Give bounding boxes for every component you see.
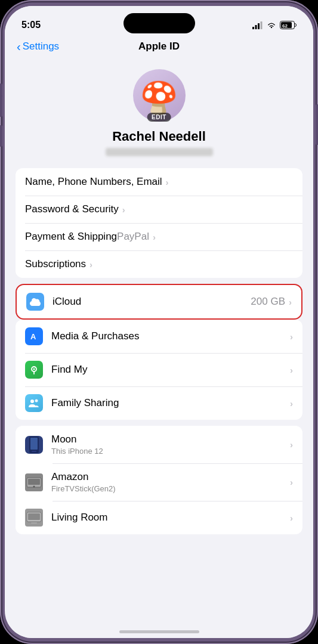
back-label: Settings	[23, 41, 59, 52]
media-purchases-label: Media & Purchases	[51, 330, 139, 342]
profile-name: Rachel Needell	[112, 129, 206, 144]
back-chevron-icon: ‹	[17, 41, 21, 52]
profile-email	[106, 148, 213, 156]
svg-rect-13	[32, 451, 36, 452]
status-time: 5:05	[21, 20, 41, 30]
appstore-icon: A	[25, 327, 43, 345]
moon-device-sublabel: This iPhone 12	[51, 447, 290, 456]
svg-rect-18	[28, 513, 40, 520]
payment-shipping-value: PayPal	[117, 231, 149, 243]
icloud-label: iCloud	[53, 296, 81, 308]
living-room-label: Living Room	[51, 512, 290, 524]
svg-rect-3	[261, 21, 263, 29]
home-bar	[119, 630, 199, 633]
avatar-emoji: 🍄	[140, 82, 178, 113]
status-right: 62	[252, 21, 297, 29]
icloud-storage-value: 200 GB	[251, 296, 285, 308]
volume-down-button	[0, 125, 2, 147]
password-security-row[interactable]: Password & Security ›	[16, 196, 302, 223]
moon-device-label: Moon	[51, 434, 290, 445]
findmy-icon	[25, 361, 43, 379]
volume-up-button	[0, 95, 2, 117]
power-button	[316, 104, 318, 145]
find-my-chevron: ›	[290, 365, 293, 375]
subscriptions-row[interactable]: Subscriptions ›	[16, 250, 302, 278]
moon-device-chevron: ›	[290, 439, 293, 450]
svg-point-8	[33, 369, 35, 370]
account-settings-card: Name, Phone Numbers, Email › Password & …	[16, 168, 302, 278]
media-purchases-row[interactable]: A Media & Purchases ›	[16, 320, 302, 353]
phone-screen: 5:05	[5, 6, 313, 638]
name-phone-email-chevron: ›	[166, 177, 169, 187]
living-room-icon	[25, 509, 43, 527]
amazon-device-label: Amazon	[51, 471, 290, 483]
password-security-label: Password & Security	[25, 203, 119, 215]
profile-section: 🍄 EDIT Rachel Needell	[5, 63, 313, 168]
dynamic-island	[124, 13, 195, 33]
find-my-row[interactable]: Find My ›	[16, 353, 302, 386]
signal-icon	[252, 21, 263, 29]
amazon-device-chevron: ›	[290, 477, 293, 487]
svg-rect-2	[258, 23, 260, 29]
family-icon	[25, 394, 43, 412]
moon-device-row[interactable]: Moon This iPhone 12 ›	[16, 426, 302, 463]
svg-rect-0	[252, 27, 254, 29]
icloud-chevron: ›	[289, 297, 292, 307]
moon-device-text: Moon This iPhone 12	[51, 434, 290, 456]
living-room-text: Living Room	[51, 512, 290, 524]
mute-button	[0, 83, 2, 97]
amazon-device-sublabel: FireTVStick(Gen2)	[51, 484, 290, 493]
svg-point-9	[30, 400, 34, 403]
battery-level: 62	[282, 23, 288, 29]
subscriptions-chevron: ›	[89, 259, 92, 270]
svg-rect-12	[30, 438, 38, 450]
nav-bar: ‹ Settings Apple ID	[5, 36, 313, 58]
family-sharing-row[interactable]: Family Sharing ›	[16, 386, 302, 420]
svg-rect-1	[255, 25, 257, 29]
scroll-content[interactable]: 🍄 EDIT Rachel Needell Name, Phone Number…	[5, 58, 313, 618]
battery-icon: 62	[280, 21, 297, 29]
devices-card: Moon This iPhone 12 › Am	[16, 426, 302, 534]
back-button[interactable]: ‹ Settings	[17, 41, 59, 52]
phone-frame: 5:05	[0, 0, 318, 644]
moon-device-icon	[25, 436, 43, 454]
amazon-device-row[interactable]: Amazon FireTVStick(Gen2) ›	[16, 463, 302, 501]
living-room-chevron: ›	[290, 513, 293, 523]
payment-shipping-label: Payment & Shipping	[25, 231, 117, 243]
svg-point-10	[35, 400, 38, 402]
name-phone-email-label: Name, Phone Numbers, Email	[25, 176, 162, 188]
nav-title: Apple ID	[138, 41, 180, 52]
payment-shipping-chevron: ›	[153, 232, 156, 242]
family-sharing-chevron: ›	[290, 398, 293, 408]
find-my-label: Find My	[51, 364, 87, 376]
services-card: A Media & Purchases ›	[16, 320, 302, 420]
living-room-row[interactable]: Living Room ›	[16, 501, 302, 534]
amazon-device-text: Amazon FireTVStick(Gen2)	[51, 471, 290, 493]
svg-rect-19	[31, 522, 37, 524]
svg-point-16	[33, 485, 35, 487]
home-indicator	[5, 618, 313, 638]
edit-badge[interactable]: EDIT	[147, 113, 171, 122]
icloud-highlighted-row[interactable]: iCloud 200 GB ›	[16, 284, 302, 320]
payment-shipping-row[interactable]: Payment & Shipping PayPal ›	[16, 223, 302, 250]
icloud-icon	[26, 293, 44, 311]
avatar-wrapper[interactable]: 🍄 EDIT	[133, 69, 186, 122]
subscriptions-label: Subscriptions	[25, 258, 86, 270]
svg-text:A: A	[30, 332, 36, 341]
password-security-chevron: ›	[122, 205, 125, 215]
amazon-device-icon	[25, 473, 43, 491]
name-phone-email-row[interactable]: Name, Phone Numbers, Email ›	[16, 168, 302, 196]
media-purchases-chevron: ›	[290, 332, 293, 342]
svg-rect-15	[28, 479, 40, 485]
wifi-icon	[267, 21, 276, 29]
family-sharing-label: Family Sharing	[51, 397, 119, 409]
